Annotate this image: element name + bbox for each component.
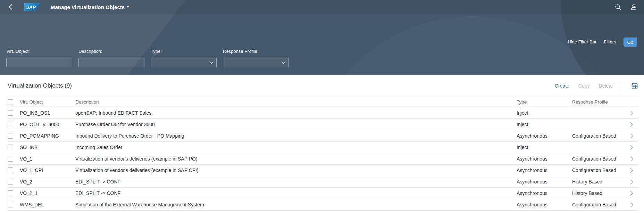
select-all-checkbox[interactable] — [8, 99, 13, 105]
row-virt-object: VO_1 — [20, 156, 75, 162]
title-dropdown-icon: ▾ — [127, 5, 129, 9]
table-title: Virtualization Objects (9) — [8, 82, 72, 89]
filter-bar: Virt. Object: Description: Type: Respons… — [6, 49, 289, 67]
row-checkbox[interactable] — [8, 179, 13, 185]
row-type: Asynchronous — [517, 190, 572, 196]
content-area: Virtualization Objects (9) Create Copy D… — [0, 75, 644, 211]
row-description: Purchase Order Out for Vendor 3000 — [75, 122, 517, 127]
row-checkbox[interactable] — [8, 156, 13, 162]
chevron-down-icon — [209, 62, 214, 64]
delete-button[interactable]: Delete — [599, 83, 613, 89]
table-row[interactable]: PO_INB_OS1 openSAP: Inbound EDIFACT Sale… — [8, 107, 638, 119]
filter-field-virt-object: Virt. Object: — [6, 49, 72, 67]
row-response-profile: Configuration Based — [572, 133, 625, 139]
filter-field-description: Description: — [78, 49, 144, 67]
back-button[interactable] — [6, 2, 15, 12]
row-checkbox[interactable] — [8, 190, 13, 196]
row-description: openSAP: Inbound EDIFACT Sales — [75, 110, 517, 116]
table-row[interactable]: PO_POMAPPING Inbound Delivery to Purchas… — [8, 130, 638, 142]
chevron-right-icon — [630, 122, 633, 127]
row-response-profile: Configuration Based — [572, 156, 625, 162]
create-button[interactable]: Create — [555, 83, 569, 89]
row-virt-object: PO_OUT_V_3000 — [20, 122, 75, 127]
row-checkbox[interactable] — [8, 122, 13, 127]
column-header-description[interactable]: Description — [75, 99, 517, 105]
table-row[interactable]: PO_OUT_V_3000 Purchase Order Out for Ven… — [8, 119, 638, 130]
table-row[interactable]: VO_1 Virtualization of vendor's deliveri… — [8, 153, 638, 165]
profile-icon — [630, 4, 637, 10]
toolbar-divider — [622, 82, 622, 90]
virt-object-label: Virt. Object: — [6, 49, 72, 54]
response-profile-select[interactable] — [223, 58, 289, 67]
table-settings-button[interactable] — [631, 82, 638, 89]
row-type: Asynchronous — [517, 156, 572, 162]
row-checkbox[interactable] — [8, 110, 13, 116]
table-row[interactable]: VO_1_CPI Virtualization of vendor's deli… — [8, 165, 638, 176]
row-type: Asynchronous — [517, 179, 572, 185]
table-row[interactable]: SO_INB Incoming Sales Order Inject — [8, 142, 638, 153]
chevron-right-icon — [630, 133, 633, 139]
row-response-profile: Configuration Based — [572, 167, 625, 173]
chevron-right-icon — [630, 202, 633, 207]
row-virt-object: VO_1_CPI — [20, 167, 75, 173]
row-description: Incoming Sales Order — [75, 145, 517, 150]
row-description: Simulation of the External Warehouse Man… — [75, 202, 517, 207]
sap-logo-text: SAP — [24, 5, 36, 10]
table-toolbar: Virtualization Objects (9) Create Copy D… — [0, 75, 644, 97]
table-row[interactable]: VO_2_1 EDI_SPLIT -> CONF Asynchronous Hi… — [8, 188, 638, 199]
row-type: Inject — [517, 122, 572, 127]
row-checkbox[interactable] — [8, 133, 13, 139]
filter-field-response-profile: Response Profile: — [223, 49, 289, 67]
row-response-profile: History Based — [572, 179, 625, 185]
copy-button[interactable]: Copy — [578, 83, 590, 89]
column-header-virt-object[interactable]: Virt. Object — [20, 99, 75, 105]
hide-filter-bar-button[interactable]: Hide Filter Bar — [568, 38, 596, 47]
column-header-type[interactable]: Type — [517, 99, 572, 105]
row-type: Asynchronous — [517, 133, 572, 139]
row-description: EDI_SPLIT -> CONF — [75, 179, 517, 185]
search-button[interactable] — [615, 4, 621, 10]
row-description: Inbound Delivery to Purchase Order - PO … — [75, 133, 517, 139]
row-virt-object: PO_POMAPPING — [20, 133, 75, 139]
go-button[interactable]: Go — [624, 38, 637, 47]
table-settings-icon — [631, 82, 638, 89]
page-header-area: SAP Manage Virtualization Objects ▾ — [0, 0, 644, 75]
chevron-right-icon — [630, 110, 633, 116]
chevron-right-icon — [630, 191, 633, 196]
page-title: Manage Virtualization Objects — [51, 4, 125, 10]
response-profile-label: Response Profile: — [223, 49, 289, 54]
row-checkbox[interactable] — [8, 145, 13, 150]
row-description: Virtualization of vendor's deliveries (e… — [75, 167, 517, 173]
column-header-response-profile[interactable]: Response Profile — [572, 99, 625, 105]
row-checkbox[interactable] — [8, 167, 13, 173]
back-icon — [8, 4, 12, 10]
type-select[interactable] — [151, 58, 217, 67]
row-virt-object: WMS_DEL — [20, 202, 75, 207]
chevron-right-icon — [630, 168, 633, 173]
sap-logo: SAP — [24, 3, 40, 11]
description-input[interactable] — [78, 58, 144, 67]
filters-button[interactable]: Filters — [604, 38, 616, 47]
virt-object-input[interactable] — [6, 58, 72, 67]
chevron-right-icon — [630, 145, 633, 150]
filter-bar-actions: Hide Filter Bar Filters Go — [568, 38, 637, 47]
virtualization-objects-table: Virt. Object Description Type Response P… — [8, 97, 638, 211]
row-response-profile: History Based — [572, 190, 625, 196]
row-checkbox[interactable] — [8, 202, 13, 207]
table-row[interactable]: WMS_DEL Simulation of the External Wareh… — [8, 199, 638, 211]
row-virt-object: VO_2_1 — [20, 190, 75, 196]
table-row[interactable]: VO_2 EDI_SPLIT -> CONF Asynchronous Hist… — [8, 176, 638, 188]
app-title-menu[interactable]: Manage Virtualization Objects ▾ — [51, 4, 129, 10]
profile-button[interactable] — [630, 4, 637, 10]
chevron-down-icon — [282, 62, 286, 64]
row-description: Virtualization of vendor's deliveries (e… — [75, 156, 517, 162]
row-description: EDI_SPLIT -> CONF — [75, 190, 517, 196]
filter-field-type: Type: — [151, 49, 217, 67]
row-virt-object: VO_2 — [20, 179, 75, 185]
row-type: Inject — [517, 145, 572, 150]
description-label: Description: — [78, 49, 144, 54]
chevron-right-icon — [630, 156, 633, 162]
row-response-profile: Configuration Based — [572, 202, 625, 207]
row-type: Asynchronous — [517, 167, 572, 173]
shell-bar: SAP Manage Virtualization Objects ▾ — [0, 0, 644, 14]
